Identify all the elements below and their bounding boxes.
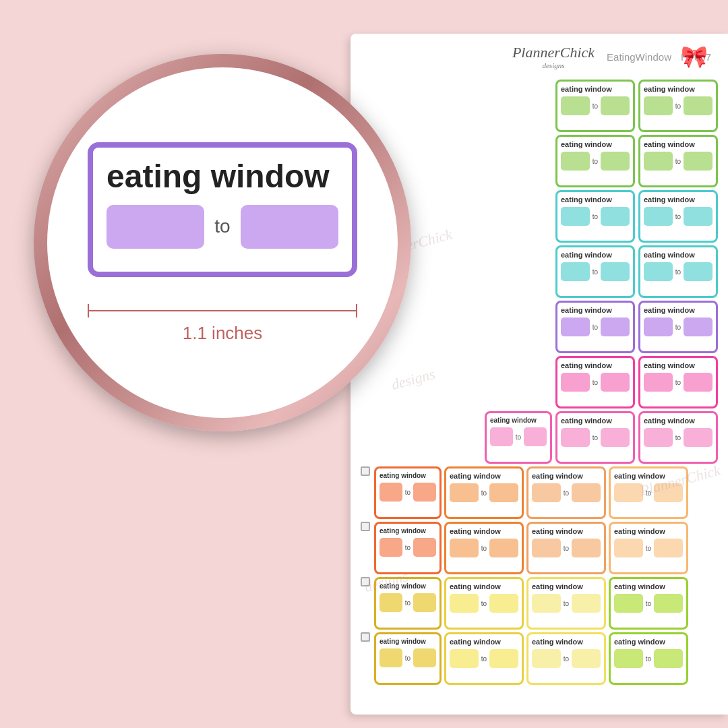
sticker-box-right bbox=[413, 648, 436, 667]
sticker-box-left bbox=[532, 483, 561, 502]
sticker-to: to bbox=[593, 434, 598, 442]
checkbox-1[interactable] bbox=[361, 466, 370, 476]
sticker-box-right bbox=[572, 483, 601, 502]
checkbox-3[interactable] bbox=[361, 577, 370, 586]
sticker-to: to bbox=[593, 379, 598, 386]
sticker-to: to bbox=[675, 268, 681, 276]
sticker-row-7: eating window to eating window to eating… bbox=[361, 411, 718, 464]
measurement-right-cap bbox=[356, 304, 357, 317]
sticker-box-right bbox=[601, 152, 630, 171]
sticker-box-left bbox=[644, 262, 673, 281]
sticker-to: to bbox=[481, 655, 487, 663]
sticker-to: to bbox=[593, 102, 598, 110]
sticker-to: to bbox=[564, 545, 569, 552]
sticker-green-1: eating window to bbox=[555, 80, 635, 132]
sticker-box-right bbox=[684, 373, 712, 392]
sticker-box-left bbox=[561, 317, 590, 336]
sticker-label: eating window bbox=[532, 527, 601, 535]
brand-sub: designs bbox=[542, 61, 564, 69]
sticker-row-4: eating window to eating window to bbox=[361, 245, 718, 298]
sticker-label: eating window bbox=[380, 638, 436, 645]
sticker-label: eating window bbox=[561, 85, 630, 93]
sticker-label: eating window bbox=[614, 638, 683, 646]
checkbox-4[interactable] bbox=[361, 632, 370, 642]
sticker-label: eating window bbox=[644, 306, 712, 314]
big-sticker-boxes: to bbox=[107, 205, 338, 249]
sticker-to: to bbox=[405, 599, 411, 607]
magnified-sticker-content: eating window to 1.1 inches bbox=[47, 67, 398, 418]
brand-name: PlannerChick bbox=[512, 44, 595, 61]
sheet-header: PlannerChick designs EatingWindow HF007 bbox=[357, 40, 721, 76]
sticker-to: to bbox=[675, 213, 681, 220]
sticker-row-10: eating window to eating window to eating… bbox=[361, 577, 718, 630]
sticker-pink-2: eating window to bbox=[555, 411, 635, 464]
sticker-lime-1: eating window to bbox=[609, 577, 688, 630]
sticker-box-left bbox=[450, 649, 479, 668]
sticker-to: to bbox=[675, 102, 681, 110]
sticker-box-left bbox=[561, 96, 590, 115]
sticker-box-right bbox=[684, 96, 712, 115]
sticker-peach-2: eating window to bbox=[526, 522, 606, 574]
product-name: EatingWindow bbox=[607, 51, 671, 63]
sticker-box-left bbox=[450, 483, 479, 502]
sticker-rows-container: eating window to eating window to eating bbox=[357, 76, 721, 688]
sticker-box-left bbox=[450, 594, 479, 613]
sticker-box-right bbox=[572, 594, 601, 613]
sticker-label: eating window bbox=[644, 85, 712, 93]
sticker-to: to bbox=[675, 158, 681, 165]
sticker-yellow-2: eating window to bbox=[444, 632, 524, 685]
sticker-box-right bbox=[572, 649, 601, 668]
sticker-to: to bbox=[646, 655, 651, 663]
sticker-row-3: eating window to eating window to bbox=[361, 190, 718, 243]
checkbox-2[interactable] bbox=[361, 522, 370, 531]
sticker-to: to bbox=[405, 544, 411, 551]
sticker-row-1: eating window to eating window to bbox=[361, 80, 718, 132]
sticker-redorange-1: eating window to bbox=[374, 466, 442, 519]
sticker-label: eating window bbox=[532, 638, 601, 646]
sticker-box-right bbox=[413, 483, 436, 502]
sticker-label: eating window bbox=[644, 140, 712, 148]
sticker-hotpink-2: eating window to bbox=[638, 356, 718, 408]
sticker-box-left bbox=[644, 428, 673, 447]
sticker-green-3: eating window to bbox=[555, 135, 635, 187]
sticker-box-left bbox=[532, 594, 561, 613]
big-sticker-box-right bbox=[241, 205, 338, 249]
big-sticker-to: to bbox=[214, 216, 230, 237]
sticker-green-4: eating window to bbox=[638, 135, 718, 187]
sticker-box-right bbox=[601, 262, 630, 281]
sticker-box-right bbox=[489, 649, 518, 668]
sticker-box-right bbox=[524, 427, 547, 446]
sticker-to: to bbox=[564, 655, 569, 663]
sticker-label: eating window bbox=[644, 361, 712, 369]
sticker-label: eating window bbox=[450, 638, 518, 646]
measurement-bar bbox=[89, 310, 356, 311]
sticker-to: to bbox=[675, 324, 681, 331]
sticker-redorange-2: eating window to bbox=[374, 522, 442, 574]
sticker-to: to bbox=[646, 545, 651, 552]
sticker-label: eating window bbox=[561, 361, 630, 369]
sticker-box-left bbox=[614, 483, 643, 502]
sticker-label: eating window bbox=[450, 582, 518, 590]
big-sticker-title: eating window bbox=[107, 158, 338, 195]
sticker-to: to bbox=[593, 268, 598, 276]
sticker-box-left bbox=[561, 262, 590, 281]
sticker-box-left bbox=[380, 538, 402, 557]
sticker-box-left bbox=[561, 152, 590, 171]
bow-decoration: 🎀 bbox=[681, 44, 708, 69]
sticker-row-9: eating window to eating window to eating… bbox=[361, 522, 718, 574]
sticker-to: to bbox=[564, 600, 569, 607]
sticker-to: to bbox=[646, 489, 651, 497]
sticker-box-right bbox=[684, 152, 712, 171]
sticker-box-right bbox=[684, 262, 712, 281]
sticker-to: to bbox=[405, 655, 411, 662]
sticker-to: to bbox=[675, 379, 681, 386]
sticker-label: eating window bbox=[380, 527, 436, 535]
sticker-teal-4: eating window to bbox=[638, 245, 718, 298]
sticker-row-6: eating window to eating window to bbox=[361, 356, 718, 408]
sticker-lime-2: eating window to bbox=[609, 632, 688, 685]
sticker-row-5: eating window to eating window to bbox=[361, 301, 718, 353]
sticker-box-left bbox=[450, 539, 479, 557]
sticker-to: to bbox=[481, 600, 487, 607]
sticker-box-right bbox=[413, 538, 436, 557]
sticker-label: eating window bbox=[614, 472, 683, 480]
